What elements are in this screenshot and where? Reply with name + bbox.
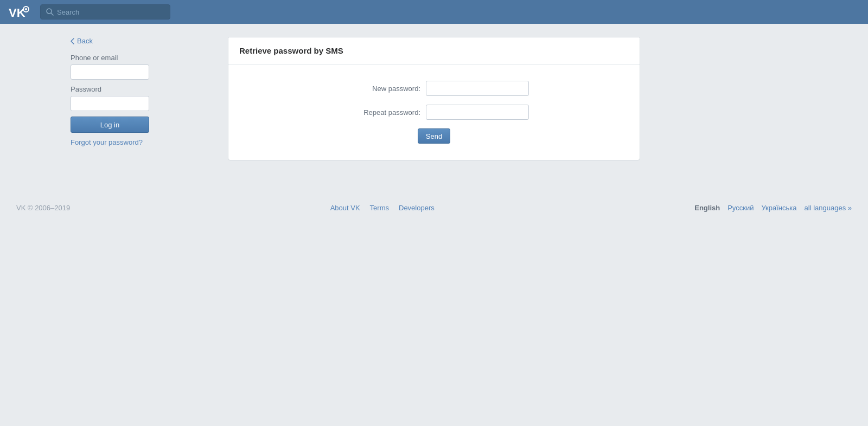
footer-lang-russian[interactable]: Русский (727, 204, 754, 212)
footer-links: About VK Terms Developers (330, 204, 435, 212)
new-password-input[interactable] (426, 81, 529, 96)
send-row: Send (250, 128, 618, 144)
svg-text:VK: VK (9, 6, 25, 19)
logo[interactable]: VK (9, 5, 31, 19)
svg-point-2 (25, 8, 27, 10)
footer-terms-link[interactable]: Terms (370, 204, 389, 212)
footer-languages: English Русский Українська all languages… (694, 204, 852, 212)
password-label: Password (71, 85, 206, 93)
back-label: Back (77, 37, 93, 45)
search-icon (46, 8, 54, 16)
footer-lang-english[interactable]: English (694, 204, 720, 212)
phone-input[interactable] (71, 64, 149, 80)
new-password-row: New password: (250, 81, 618, 96)
back-arrow-icon (71, 38, 74, 44)
back-link[interactable]: Back (71, 37, 206, 45)
repeat-password-input[interactable] (426, 105, 529, 120)
password-input[interactable] (71, 96, 149, 111)
footer-developers-link[interactable]: Developers (399, 204, 435, 212)
login-button[interactable]: Log in (71, 117, 149, 133)
footer-about-link[interactable]: About VK (330, 204, 360, 212)
search-bar[interactable] (40, 4, 170, 20)
repeat-password-label: Repeat password: (339, 108, 426, 117)
password-card-body: New password: Repeat password: Send (228, 64, 640, 160)
repeat-password-row: Repeat password: (250, 105, 618, 120)
svg-line-4 (51, 13, 53, 15)
forgot-password-link[interactable]: Forgot your password? (71, 138, 143, 146)
footer-lang-ukrainian[interactable]: Українська (761, 204, 796, 212)
vk-logo-icon: VK (9, 5, 31, 19)
footer: VK © 2006–2019 About VK Terms Developers… (0, 193, 868, 223)
phone-label: Phone or email (71, 54, 206, 62)
password-card: Retrieve password by SMS New password: R… (228, 37, 640, 160)
content: Back Phone or email Password Log in Forg… (54, 24, 814, 160)
main-panel: Retrieve password by SMS New password: R… (217, 37, 814, 160)
new-password-label: New password: (339, 85, 426, 93)
header: VK (0, 0, 868, 24)
left-panel: Back Phone or email Password Log in Forg… (54, 37, 217, 160)
send-button[interactable]: Send (418, 128, 450, 144)
footer-copyright: VK © 2006–2019 (16, 204, 70, 212)
footer-lang-all[interactable]: all languages » (805, 204, 852, 212)
password-card-title: Retrieve password by SMS (228, 37, 640, 64)
search-input[interactable] (57, 8, 164, 16)
